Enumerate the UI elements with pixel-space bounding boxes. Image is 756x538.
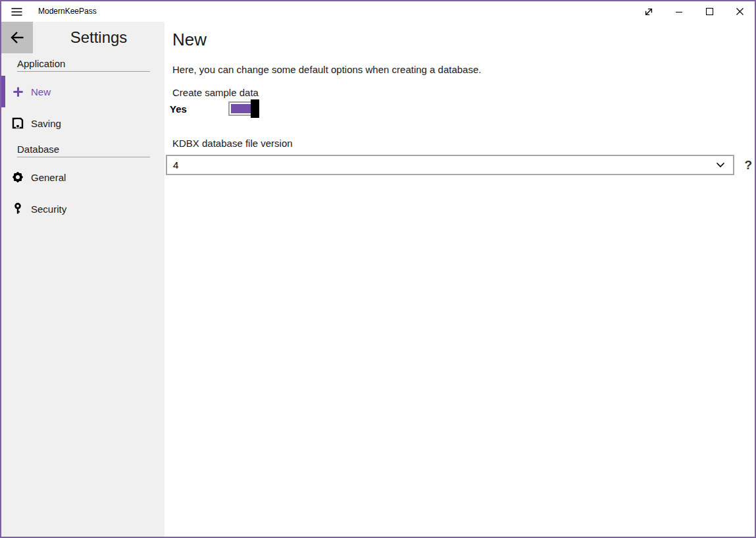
toggle-state-label: Yes — [170, 103, 228, 115]
back-arrow-icon — [9, 30, 26, 45]
fullscreen-button[interactable] — [634, 1, 664, 22]
settings-panel-new: New Here, you can change some default op… — [164, 22, 755, 537]
app-window: ModernKeePass — [0, 0, 756, 538]
help-button[interactable]: ? — [742, 158, 755, 173]
window-body: Settings Application New — [1, 22, 755, 537]
close-button[interactable] — [724, 1, 755, 22]
hamburger-icon — [11, 7, 22, 16]
sidebar-header: Settings — [1, 22, 164, 53]
plus-icon — [11, 85, 24, 98]
section-header-database: Database — [17, 144, 150, 157]
panel-title: New — [172, 28, 755, 51]
sidebar-item-security[interactable]: Security — [1, 193, 164, 225]
expand-diagonal-icon — [643, 6, 655, 18]
close-icon — [736, 7, 744, 16]
sidebar-item-label: Security — [31, 203, 66, 215]
back-button[interactable] — [1, 22, 33, 53]
sidebar-item-new[interactable]: New — [1, 76, 164, 107]
titlebar-drag-area[interactable] — [97, 1, 634, 22]
key-icon — [11, 202, 24, 215]
maximize-button[interactable] — [694, 1, 724, 22]
save-icon — [11, 117, 24, 130]
sidebar-item-general[interactable]: General — [1, 161, 164, 193]
panel-description: Here, you can change some default option… — [172, 63, 755, 76]
chevron-down-icon — [716, 162, 725, 168]
maximize-icon — [705, 7, 714, 16]
titlebar: ModernKeePass — [1, 1, 755, 22]
section-header-application: Application — [17, 58, 150, 72]
toggle-thumb[interactable] — [251, 99, 259, 118]
minimize-icon — [675, 8, 683, 16]
sidebar-item-label: General — [31, 172, 66, 183]
create-sample-data-row: Yes — [170, 99, 755, 118]
create-sample-data-label: Create sample data — [172, 87, 755, 98]
kdbx-version-label: KDBX database file version — [172, 138, 755, 149]
hamburger-menu-button[interactable] — [1, 1, 32, 22]
sidebar-item-label: New — [31, 86, 51, 97]
combobox-selected-value: 4 — [173, 159, 716, 171]
page-title: Settings — [33, 22, 164, 53]
sidebar-item-saving[interactable]: Saving — [1, 107, 164, 139]
settings-sidebar: Settings Application New — [1, 22, 164, 537]
kdbx-version-combobox[interactable]: 4 — [166, 155, 734, 175]
sidebar-item-label: Saving — [31, 118, 61, 129]
create-sample-data-toggle[interactable] — [228, 101, 257, 116]
gear-icon — [11, 171, 24, 184]
window-title: ModernKeePass — [38, 1, 97, 22]
kdbx-version-row: 4 ? — [172, 155, 755, 175]
minimize-button[interactable] — [664, 1, 694, 22]
